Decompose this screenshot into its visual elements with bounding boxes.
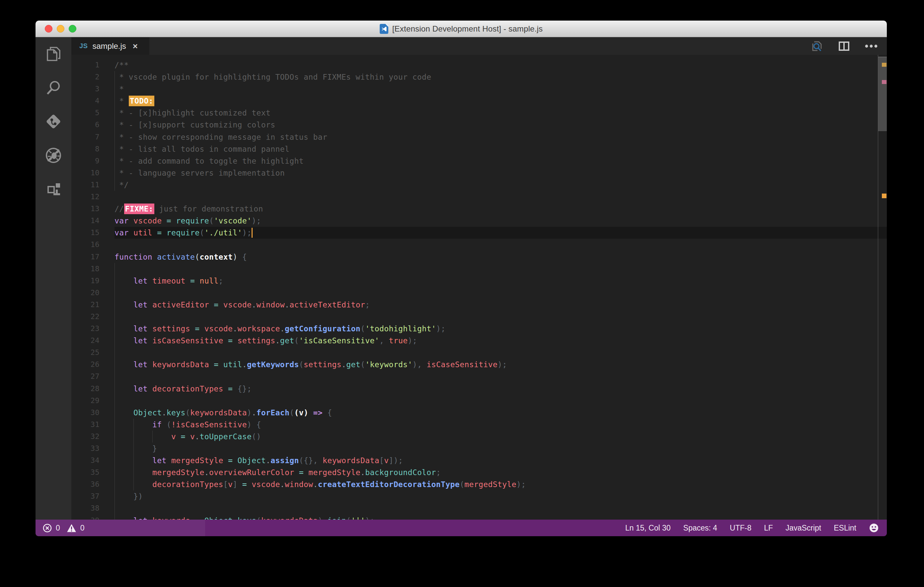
- code-line-21[interactable]: 21 let activeEditor = vscode.window.acti…: [71, 299, 887, 311]
- title-bar[interactable]: [Extension Development Host] - sample.js: [36, 21, 887, 37]
- minimize-window-button[interactable]: [57, 25, 64, 33]
- split-editor-icon[interactable]: [837, 39, 851, 53]
- code-line-23[interactable]: 23 let settings = vscode.workspace.getCo…: [71, 323, 887, 335]
- more-actions-icon[interactable]: [864, 39, 878, 53]
- line-content: [114, 395, 887, 407]
- indent-guide: [114, 490, 115, 502]
- code-line-13[interactable]: 13//FIXME: just for demonstration: [71, 203, 887, 215]
- eslint-status[interactable]: ESLint: [834, 524, 856, 532]
- tab-sample-js[interactable]: JS sample.js ×: [71, 37, 149, 55]
- indent-guide: [152, 431, 153, 443]
- activity-bar: [36, 37, 71, 519]
- code-line-2[interactable]: 2 * vscode plugin for highlighting TODOs…: [71, 71, 887, 83]
- code-line-22[interactable]: 22: [71, 311, 887, 323]
- line-number: 35: [71, 466, 99, 478]
- code-line-10[interactable]: 10 * - language servers implementation: [71, 167, 887, 179]
- indent-guide: [114, 347, 115, 359]
- code-line-31[interactable]: 31 if (!isCaseSensitive) {: [71, 419, 887, 431]
- vscode-file-icon: [380, 24, 388, 34]
- overview-ruler-mark: [882, 193, 886, 198]
- code-line-37[interactable]: 37 }): [71, 490, 887, 502]
- code-line-15[interactable]: 15var util = require('./util');: [71, 227, 887, 239]
- encoding-status[interactable]: UTF-8: [730, 524, 751, 532]
- line-number: 27: [71, 370, 99, 382]
- extensions-icon[interactable]: [44, 180, 63, 198]
- indent-guide: [114, 299, 115, 311]
- indentation-status[interactable]: Spaces: 4: [683, 524, 717, 532]
- language-mode-status[interactable]: JavaScript: [785, 524, 821, 532]
- indent-guide: [114, 107, 115, 119]
- code-line-38[interactable]: 38: [71, 502, 887, 514]
- debug-icon[interactable]: [44, 146, 63, 165]
- code-line-16[interactable]: 16: [71, 239, 887, 251]
- search-in-file-icon[interactable]: [810, 39, 824, 53]
- line-content: let keywordsData = util.getKeywords(sett…: [114, 359, 887, 370]
- code-line-17[interactable]: 17function activate(context) {: [71, 251, 887, 263]
- code-line-14[interactable]: 14var vscode = require('vscode');: [71, 215, 887, 227]
- warnings-count: 0: [80, 524, 85, 532]
- line-number: 11: [71, 179, 99, 191]
- code-line-9[interactable]: 9 * - add command to toggle the highligh…: [71, 155, 887, 167]
- code-line-4[interactable]: 4 * TODO:: [71, 95, 887, 107]
- code-line-35[interactable]: 35 mergedStyle.overviewRulerColor = merg…: [71, 466, 887, 478]
- close-window-button[interactable]: [45, 25, 53, 33]
- code-line-28[interactable]: 28 let decorationTypes = {};: [71, 383, 887, 395]
- line-number: 23: [71, 323, 99, 335]
- search-icon[interactable]: [44, 78, 63, 97]
- line-content: */: [114, 179, 887, 191]
- indent-guide: [114, 155, 115, 167]
- line-number: 3: [71, 83, 99, 95]
- problems-status[interactable]: 0 0: [43, 524, 85, 532]
- overview-ruler-mark: [882, 80, 886, 84]
- cursor-position-status[interactable]: Ln 15, Col 30: [625, 524, 671, 532]
- code-line-39[interactable]: 39 let keywords = Object.keys(keywordsDa…: [71, 514, 887, 519]
- code-line-24[interactable]: 24 let isCaseSensitive = settings.get('i…: [71, 335, 887, 347]
- code-line-30[interactable]: 30 Object.keys(keywordsData).forEach((v)…: [71, 407, 887, 419]
- line-content: * vscode plugin for highlighting TODOs a…: [114, 71, 887, 83]
- zoom-window-button[interactable]: [69, 25, 76, 33]
- code-line-1[interactable]: 1/**: [71, 59, 887, 71]
- code-line-27[interactable]: 27: [71, 370, 887, 382]
- code-line-20[interactable]: 20: [71, 287, 887, 299]
- line-content: * - [x]support customizing colors: [114, 119, 887, 131]
- source-control-icon[interactable]: [44, 112, 63, 131]
- line-number: 1: [71, 59, 99, 71]
- code-line-8[interactable]: 8 * - list all todos in command pannel: [71, 143, 887, 155]
- indent-guide: [114, 407, 115, 419]
- line-content: * - add command to toggle the highlight: [114, 155, 887, 167]
- code-line-19[interactable]: 19 let timeout = null;: [71, 275, 887, 287]
- code-editor[interactable]: 1/**2 * vscode plugin for highlighting T…: [71, 55, 887, 519]
- scrollbar-slider[interactable]: [878, 57, 887, 131]
- warnings-icon: [67, 524, 76, 532]
- code-line-18[interactable]: 18: [71, 263, 887, 275]
- code-line-29[interactable]: 29: [71, 395, 887, 407]
- line-number: 24: [71, 335, 99, 347]
- indent-guide: [134, 443, 134, 455]
- code-line-25[interactable]: 25: [71, 347, 887, 359]
- line-content: v = v.toUpperCase(): [114, 431, 887, 443]
- code-line-32[interactable]: 32 v = v.toUpperCase(): [71, 431, 887, 443]
- line-content: [114, 239, 887, 251]
- code-line-3[interactable]: 3 *: [71, 83, 887, 95]
- eol-status[interactable]: LF: [764, 524, 773, 532]
- line-content: let mergedStyle = Object.assign({}, keyw…: [114, 455, 887, 466]
- indent-guide: [114, 419, 115, 431]
- code-line-5[interactable]: 5 * - [x]highlight customized text: [71, 107, 887, 119]
- line-number: 31: [71, 419, 99, 431]
- tab-close-icon[interactable]: ×: [133, 42, 138, 50]
- indent-guide: [114, 95, 115, 107]
- code-line-26[interactable]: 26 let keywordsData = util.getKeywords(s…: [71, 359, 887, 370]
- code-line-6[interactable]: 6 * - [x]support customizing colors: [71, 119, 887, 131]
- code-line-34[interactable]: 34 let mergedStyle = Object.assign({}, k…: [71, 455, 887, 466]
- explorer-icon[interactable]: [44, 45, 63, 63]
- indent-guide: [114, 455, 115, 466]
- code-line-12[interactable]: 12: [71, 191, 887, 203]
- code-line-33[interactable]: 33 }: [71, 443, 887, 455]
- vertical-scrollbar[interactable]: [878, 55, 887, 519]
- code-line-7[interactable]: 7 * - show corresponding message in stat…: [71, 131, 887, 143]
- code-line-36[interactable]: 36 decorationTypes[v] = vscode.window.cr…: [71, 478, 887, 490]
- line-number: 28: [71, 383, 99, 395]
- js-file-icon: JS: [79, 42, 87, 50]
- code-line-11[interactable]: 11 */: [71, 179, 887, 191]
- feedback-smiley-icon[interactable]: [869, 523, 879, 533]
